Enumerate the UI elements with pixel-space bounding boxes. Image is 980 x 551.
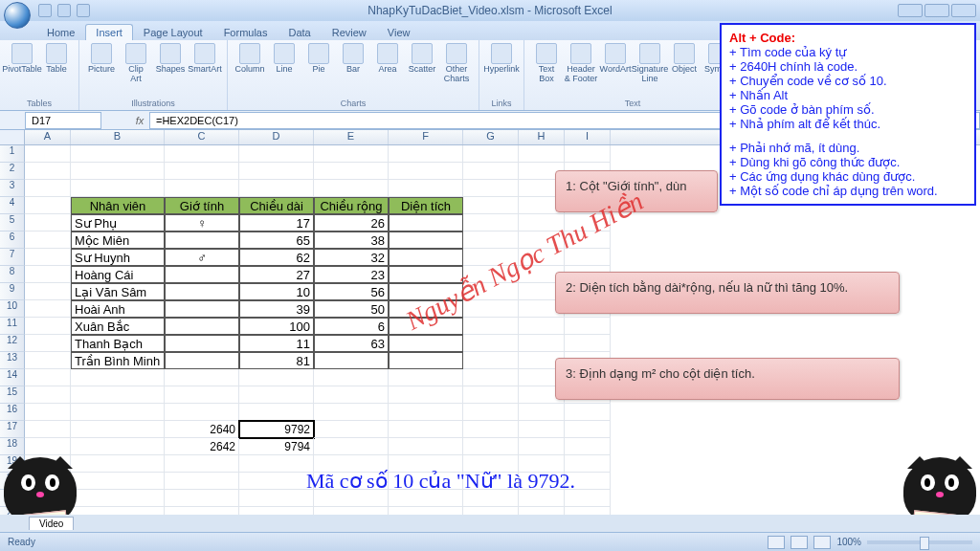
area-button[interactable]: Area xyxy=(371,42,404,85)
cell[interactable] xyxy=(239,369,314,386)
cell-A7[interactable] xyxy=(25,249,71,266)
cell[interactable] xyxy=(565,145,611,163)
gender-cell[interactable] xyxy=(165,231,239,249)
cell[interactable] xyxy=(71,473,165,490)
cell[interactable] xyxy=(463,197,519,214)
width-cell[interactable]: 23 xyxy=(314,266,389,283)
gender-cell[interactable] xyxy=(165,283,239,300)
name-cell[interactable]: Lại Văn Sâm xyxy=(71,283,165,300)
qat-save-icon[interactable] xyxy=(38,4,52,17)
cell[interactable] xyxy=(314,386,389,404)
area-cell[interactable] xyxy=(389,352,463,369)
object-button[interactable]: Object xyxy=(668,42,701,85)
select-all[interactable] xyxy=(0,130,25,144)
scatter-button[interactable]: Scatter xyxy=(406,42,438,85)
cell[interactable] xyxy=(463,214,519,231)
cell[interactable] xyxy=(519,335,565,352)
view-normal-icon[interactable] xyxy=(768,536,785,549)
name-cell[interactable]: Sư Huynh xyxy=(71,249,165,266)
cell[interactable] xyxy=(463,438,519,455)
cell-A11[interactable] xyxy=(25,318,71,335)
length-cell[interactable]: 10 xyxy=(239,283,314,300)
cell-A6[interactable] xyxy=(25,231,71,249)
cell[interactable] xyxy=(389,180,463,197)
header-button[interactable]: Header & Footer xyxy=(565,42,597,85)
cell-A2[interactable] xyxy=(25,163,71,180)
cell[interactable] xyxy=(71,369,165,386)
view-break-icon[interactable] xyxy=(813,536,831,549)
table-header[interactable]: Nhân viên xyxy=(71,197,165,214)
gender-cell[interactable] xyxy=(165,352,239,369)
close-button[interactable] xyxy=(951,4,976,17)
cell[interactable] xyxy=(463,283,519,300)
cell[interactable] xyxy=(463,266,519,283)
area-cell[interactable] xyxy=(389,283,463,300)
col-header-A[interactable]: A xyxy=(25,130,71,144)
cell[interactable] xyxy=(389,438,463,455)
gender-cell[interactable] xyxy=(165,335,239,352)
cell[interactable] xyxy=(165,163,239,180)
cell[interactable] xyxy=(314,145,389,163)
cell[interactable] xyxy=(239,404,314,421)
cell[interactable] xyxy=(71,145,165,163)
width-cell[interactable]: 56 xyxy=(314,283,389,300)
cell[interactable] xyxy=(71,163,165,180)
cell[interactable] xyxy=(519,318,565,335)
cell-A15[interactable] xyxy=(25,386,71,404)
office-button[interactable] xyxy=(4,2,31,29)
length-cell[interactable]: 39 xyxy=(239,300,314,318)
cell[interactable] xyxy=(389,369,463,386)
hex-cell[interactable]: 2640 xyxy=(165,421,239,438)
table-header[interactable]: Chiều rộng xyxy=(314,197,389,214)
cell[interactable] xyxy=(463,318,519,335)
row-header-5[interactable]: 5 xyxy=(0,214,25,231)
cell-A8[interactable] xyxy=(25,266,71,283)
callout-3[interactable]: 3: Định dạng m² cho cột diện tích. xyxy=(555,358,900,400)
row-header-4[interactable]: 4 xyxy=(0,197,25,214)
cell[interactable] xyxy=(314,438,389,455)
cell[interactable] xyxy=(463,180,519,197)
tab-data[interactable]: Data xyxy=(278,24,321,40)
gender-cell[interactable]: ♀ xyxy=(165,214,239,231)
bar-button[interactable]: Bar xyxy=(337,42,369,85)
cell[interactable] xyxy=(239,455,314,473)
col-header-H[interactable]: H xyxy=(519,130,565,144)
area-cell[interactable] xyxy=(389,318,463,335)
cell[interactable] xyxy=(239,490,314,507)
row-header-2[interactable]: 2 xyxy=(0,163,25,180)
minimize-button[interactable] xyxy=(898,4,923,17)
cell[interactable] xyxy=(71,421,165,438)
shapes-button[interactable]: Shapes xyxy=(154,42,187,85)
length-cell[interactable]: 81 xyxy=(239,352,314,369)
cell-A17[interactable] xyxy=(25,421,71,438)
name-cell[interactable]: Trần Bình Minh xyxy=(71,352,165,369)
line-button[interactable]: Line xyxy=(268,42,301,85)
cell[interactable] xyxy=(71,386,165,404)
text-button[interactable]: Text Box xyxy=(530,42,563,85)
tab-view[interactable]: View xyxy=(377,24,421,40)
row-header-13[interactable]: 13 xyxy=(0,352,25,369)
tab-insert[interactable]: Insert xyxy=(85,24,133,40)
gender-cell[interactable] xyxy=(165,300,239,318)
cell[interactable] xyxy=(463,231,519,249)
cell[interactable] xyxy=(239,145,314,163)
name-cell[interactable]: Hoàng Cái xyxy=(71,266,165,283)
name-box[interactable] xyxy=(25,112,101,129)
dec-cell[interactable]: 9792 xyxy=(239,421,314,438)
tab-home[interactable]: Home xyxy=(36,24,85,40)
cell-A10[interactable] xyxy=(25,300,71,318)
cell[interactable] xyxy=(165,145,239,163)
cell[interactable] xyxy=(463,404,519,421)
width-cell[interactable]: 63 xyxy=(314,335,389,352)
row-header-17[interactable]: 17 xyxy=(0,421,25,438)
row-header-11[interactable]: 11 xyxy=(0,318,25,335)
row-header-15[interactable]: 15 xyxy=(0,386,25,404)
cell-A5[interactable] xyxy=(25,214,71,231)
row-header-12[interactable]: 12 xyxy=(0,335,25,352)
cell[interactable] xyxy=(314,163,389,180)
fx-icon[interactable]: fx xyxy=(130,115,149,126)
row-header-14[interactable]: 14 xyxy=(0,369,25,386)
col-header-B[interactable]: B xyxy=(71,130,165,144)
cell[interactable] xyxy=(463,369,519,386)
cell-A3[interactable] xyxy=(25,180,71,197)
